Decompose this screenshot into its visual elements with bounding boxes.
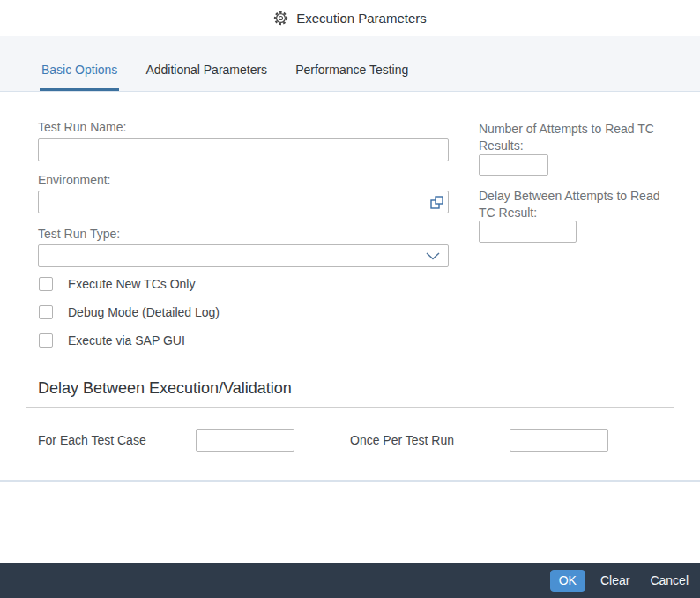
dialog-footer: OK Clear Cancel	[0, 563, 700, 598]
delay-attempts-label: Delay Between Attempts to Read TC Result…	[479, 188, 664, 221]
bottom-divider	[0, 480, 700, 482]
checkbox-debug-mode[interactable]: Debug Mode (Detailed Log)	[39, 305, 220, 319]
once-per-test-run-input[interactable]	[510, 429, 608, 452]
section-divider	[26, 407, 674, 408]
test-run-name-label: Test Run Name:	[38, 120, 126, 134]
test-run-type-label: Test Run Type:	[38, 227, 120, 241]
once-per-test-run-label: Once Per Test Run	[350, 433, 454, 447]
delay-section-heading: Delay Between Execution/Validation	[38, 379, 292, 398]
dialog-header: Execution Parameters	[0, 0, 700, 36]
attempts-input[interactable]	[479, 154, 548, 176]
attempts-label: Number of Attempts to Read TC Results:	[479, 121, 655, 154]
for-each-test-case-label: For Each Test Case	[38, 433, 146, 447]
dialog-title: Execution Parameters	[296, 11, 427, 26]
cancel-button[interactable]: Cancel	[650, 573, 689, 587]
tab-performance-testing[interactable]: Performance Testing	[294, 63, 410, 91]
checkbox-execute-via-sap-gui[interactable]: Execute via SAP GUI	[39, 333, 185, 348]
environment-input[interactable]	[39, 191, 425, 213]
test-run-name-input[interactable]	[38, 138, 449, 161]
checkbox-box[interactable]	[39, 277, 53, 291]
test-run-type-select[interactable]	[38, 244, 449, 267]
checkbox-execute-new-tcs-only[interactable]: Execute New TCs Only	[39, 277, 195, 291]
environment-label: Environment:	[38, 173, 110, 187]
tab-strip: Basic Options Additional Parameters Perf…	[0, 36, 700, 92]
delay-attempts-input[interactable]	[479, 221, 577, 243]
chevron-down-icon[interactable]	[418, 245, 448, 266]
checkbox-box[interactable]	[39, 333, 53, 348]
environment-field	[38, 191, 449, 213]
ok-button[interactable]: OK	[550, 570, 585, 592]
test-run-type-value[interactable]	[39, 245, 418, 266]
checkbox-label: Execute via SAP GUI	[68, 333, 185, 348]
checkbox-label: Execute New TCs Only	[68, 277, 195, 291]
clear-button[interactable]: Clear	[600, 573, 629, 587]
gear-icon	[273, 11, 288, 26]
execution-parameters-dialog: Execution Parameters Basic Options Addit…	[0, 0, 700, 598]
value-help-icon[interactable]	[425, 191, 448, 213]
tab-additional-parameters[interactable]: Additional Parameters	[144, 63, 269, 91]
for-each-test-case-input[interactable]	[196, 429, 294, 452]
checkbox-box[interactable]	[39, 305, 53, 319]
checkbox-label: Debug Mode (Detailed Log)	[68, 305, 220, 319]
tab-basic-options[interactable]: Basic Options	[40, 63, 119, 91]
